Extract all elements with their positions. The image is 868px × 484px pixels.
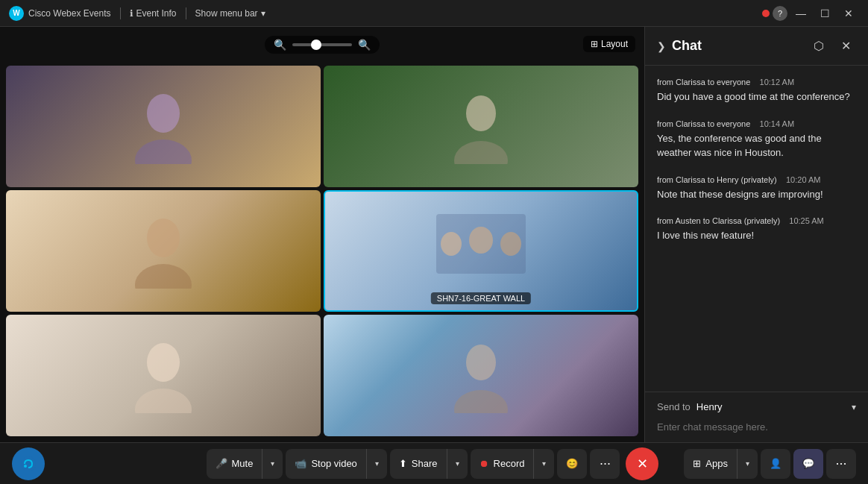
person-3 xyxy=(6,190,321,312)
layout-icon: ⊞ xyxy=(591,39,598,49)
chat-msg-meta: from Austen to Clarissa (privately) 10:2… xyxy=(657,216,856,225)
reactions-button[interactable]: 😊 xyxy=(557,449,587,479)
close-button[interactable]: ✕ xyxy=(838,3,859,24)
participants-button[interactable]: 👤 xyxy=(761,449,790,479)
app-logo: W Cisco Webex Events xyxy=(9,6,111,21)
zoom-bar: 🔍 🔍 xyxy=(265,36,380,54)
divider-2 xyxy=(186,7,186,19)
send-to-chevron-icon[interactable]: ▾ xyxy=(852,402,856,412)
share-label: Share xyxy=(412,458,438,469)
chat-send-area: Send to Henry ▾ xyxy=(645,392,868,442)
video-icon: 📹 xyxy=(295,458,306,469)
chat-message: from Clarissa to everyone 10:14 AM Yes, … xyxy=(657,119,856,160)
chat-msg-time: 10:25 AM xyxy=(789,216,823,225)
record-icon: ⏺ xyxy=(479,458,489,469)
event-info-btn[interactable]: ℹ Event Info xyxy=(130,8,177,19)
help-button[interactable]: ? xyxy=(773,6,787,21)
record-button[interactable]: ⏺ Record xyxy=(471,449,534,479)
top-bar: W Cisco Webex Events ℹ Event Info Show m… xyxy=(0,0,868,27)
chat-header: ❯ Chat ⬡ ✕ xyxy=(645,27,868,66)
app-name: Cisco Webex Events xyxy=(28,8,111,19)
svg-point-7 xyxy=(441,232,462,256)
zoom-in-icon[interactable]: 🔍 xyxy=(358,39,371,51)
share-dropdown-arrow[interactable]: ▾ xyxy=(447,449,468,479)
chat-input[interactable] xyxy=(657,421,856,433)
chat-title: Chat xyxy=(672,38,802,54)
chat-message: from Austen to Clarissa (privately) 10:2… xyxy=(657,216,856,243)
video-dropdown-arrow[interactable]: ▾ xyxy=(366,449,387,479)
share-icon: ⬆ xyxy=(399,458,407,469)
apps-button[interactable]: ⊞ Apps xyxy=(684,449,737,479)
mute-dropdown-arrow[interactable]: ▾ xyxy=(262,449,283,479)
video-cell-6[interactable] xyxy=(324,315,638,436)
share-button[interactable]: ⬆ Share xyxy=(390,449,447,479)
chat-msg-text: I love this new feature! xyxy=(657,228,856,243)
chat-send-to: Send to Henry ▾ xyxy=(657,401,856,412)
video-area: 🔍 🔍 ⊞ Layout xyxy=(0,27,644,442)
more-button[interactable]: ··· xyxy=(590,449,620,479)
apps-button-group: ⊞ Apps ▾ xyxy=(684,449,758,479)
svg-point-12 xyxy=(466,345,496,380)
zoom-slider[interactable] xyxy=(292,43,352,46)
mute-label: Mute xyxy=(232,458,254,469)
webex-fab-button[interactable] xyxy=(12,447,45,480)
video-cell-4[interactable]: SHN7-16-GREAT WALL xyxy=(324,190,638,312)
video-cell-5[interactable] xyxy=(6,315,321,436)
svg-point-13 xyxy=(454,390,508,413)
chat-msg-text: Yes, the conference was good and the wea… xyxy=(657,131,856,160)
chat-header-icons: ⬡ ✕ xyxy=(808,36,856,57)
maximize-button[interactable]: ☐ xyxy=(814,3,835,24)
chat-chevron-icon[interactable]: ❯ xyxy=(657,40,666,52)
zoom-thumb xyxy=(311,40,321,50)
participants-icon: 👤 xyxy=(770,458,781,469)
video-grid: SHN7-16-GREAT WALL xyxy=(6,66,638,436)
mute-icon: 🎤 xyxy=(216,458,227,469)
send-to-value: Henry xyxy=(696,401,846,412)
chat-popout-button[interactable]: ⬡ xyxy=(808,36,829,57)
chat-msg-sender: from Clarissa to everyone xyxy=(657,119,750,128)
main-content: 🔍 🔍 ⊞ Layout xyxy=(0,27,868,442)
svg-point-11 xyxy=(135,389,192,413)
layout-label: Layout xyxy=(601,39,628,49)
record-dropdown-arrow[interactable]: ▾ xyxy=(533,449,554,479)
minimize-button[interactable]: — xyxy=(790,3,811,24)
chat-msg-meta: from Clarissa to Henry (privately) 10:20… xyxy=(657,175,856,184)
info-icon: ℹ xyxy=(130,8,133,19)
video-cell-3[interactable] xyxy=(6,190,321,312)
chat-icon: 💬 xyxy=(802,458,814,469)
end-call-icon: ✕ xyxy=(637,456,648,472)
zoom-out-icon[interactable]: 🔍 xyxy=(274,39,286,51)
show-menu-btn[interactable]: Show menu bar ▾ xyxy=(195,8,265,19)
mute-button[interactable]: 🎤 Mute xyxy=(207,449,262,479)
apps-dropdown-arrow[interactable]: ▾ xyxy=(737,449,758,479)
video-cell-4-label: SHN7-16-GREAT WALL xyxy=(431,292,531,304)
video-cell-2[interactable] xyxy=(324,66,638,187)
stop-video-label: Stop video xyxy=(311,458,356,469)
chat-msg-time: 10:20 AM xyxy=(786,175,820,184)
overflow-button[interactable]: ··· xyxy=(826,449,856,479)
chat-msg-sender: from Austen to Clarissa (privately) xyxy=(657,216,780,225)
video-cell-1[interactable] xyxy=(6,66,321,187)
person-2 xyxy=(324,66,638,187)
svg-point-4 xyxy=(147,219,180,257)
chat-message: from Clarissa to Henry (privately) 10:20… xyxy=(657,175,856,202)
chat-button[interactable]: 💬 xyxy=(793,449,823,479)
chat-messages: from Clarissa to everyone 10:12 AM Did y… xyxy=(645,66,868,392)
video-button-group: 📹 Stop video ▾ xyxy=(286,449,386,479)
record-label: Record xyxy=(494,458,525,469)
mute-button-group: 🎤 Mute ▾ xyxy=(207,449,283,479)
svg-point-0 xyxy=(147,94,180,133)
end-call-button[interactable]: ✕ xyxy=(626,447,658,480)
stop-video-button[interactable]: 📹 Stop video xyxy=(286,449,365,479)
bottom-bar: 🎤 Mute ▾ 📹 Stop video ▾ ⬆ Share ▾ ⏺ Reco… xyxy=(0,442,868,484)
show-menu-label: Show menu bar xyxy=(195,8,258,19)
svg-point-15 xyxy=(24,465,27,468)
chat-msg-sender: from Clarissa to Henry (privately) xyxy=(657,175,777,184)
svg-point-14 xyxy=(21,456,36,471)
chat-msg-sender: from Clarissa to everyone xyxy=(657,78,750,87)
reactions-icon: 😊 xyxy=(566,458,578,469)
layout-button[interactable]: ⊞ Layout xyxy=(583,36,635,52)
share-button-group: ⬆ Share ▾ xyxy=(390,449,468,479)
divider-1 xyxy=(120,7,121,19)
chat-close-button[interactable]: ✕ xyxy=(835,36,856,57)
